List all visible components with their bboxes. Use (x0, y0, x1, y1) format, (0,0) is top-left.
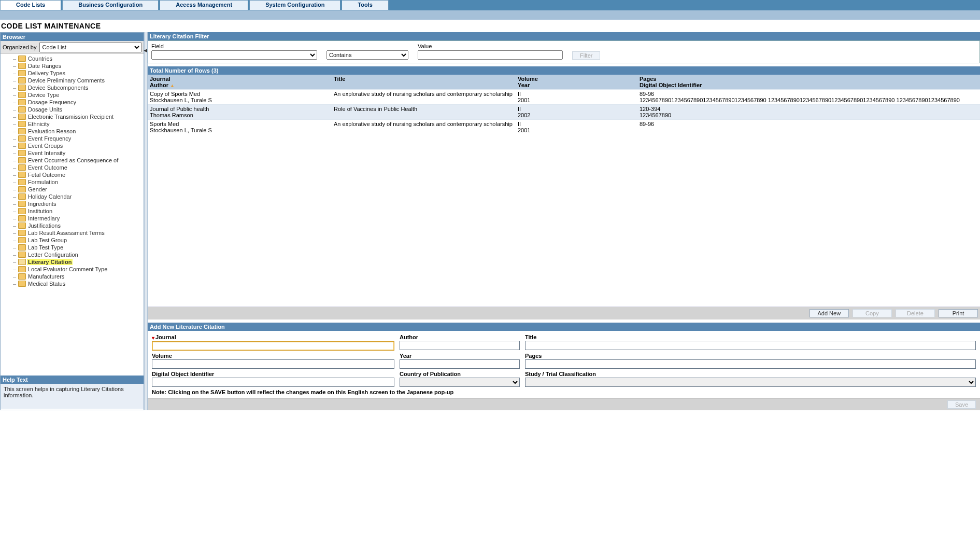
tree-item-evaluation-reason[interactable]: –Evaluation Reason (12, 128, 144, 135)
year-label: Year (400, 353, 520, 359)
col-journal-author[interactable]: Journal Author ▲ (148, 75, 332, 89)
tree-item-formulation[interactable]: –Formulation (12, 178, 144, 186)
study-select[interactable] (525, 378, 976, 387)
tree-item-countries[interactable]: –Countries (12, 55, 144, 62)
filter-value-input[interactable] (418, 50, 563, 60)
folder-icon (18, 106, 26, 113)
code-list-tree[interactable]: –Countries–Date Ranges–Delivery Types–De… (1, 54, 144, 376)
tree-item-manufacturers[interactable]: –Manufacturers (12, 273, 144, 280)
pages-input[interactable] (525, 359, 976, 369)
tree-item-label: Letter Configuration (27, 252, 79, 258)
title-input[interactable] (525, 341, 976, 350)
nav-tab-business-configuration[interactable]: Business Configuration (62, 0, 159, 10)
nav-tab-tools[interactable]: Tools (342, 0, 389, 10)
tree-item-fetal-outcome[interactable]: –Fetal Outcome (12, 171, 144, 178)
print-button[interactable]: Print (939, 309, 978, 317)
tree-item-dosage-frequency[interactable]: –Dosage Frequency (12, 99, 144, 106)
tree-item-intermediary[interactable]: –Intermediary (12, 215, 144, 222)
tree-item-letter-configuration[interactable]: –Letter Configuration (12, 251, 144, 258)
browser-panel: Browser Organized by Code List –Countrie… (0, 32, 144, 410)
tree-item-label: Fetal Outcome (27, 172, 66, 178)
folder-icon (18, 237, 26, 243)
tree-item-event-occurred-as-consequence-of[interactable]: –Event Occurred as Consequence of (12, 157, 144, 164)
tree-item-device-type[interactable]: –Device Type (12, 91, 144, 99)
journal-input[interactable] (152, 341, 394, 351)
tree-toggle-icon: – (12, 230, 17, 236)
tree-item-local-evaluator-comment-type[interactable]: –Local Evaluator Comment Type (12, 266, 144, 273)
tree-toggle-icon: – (12, 172, 17, 178)
tree-item-justifications[interactable]: –Justifications (12, 222, 144, 229)
organized-by-select[interactable]: Code List (39, 42, 141, 52)
tree-item-label: Lab Result Assessment Terms (27, 230, 106, 236)
cell-pages: 89-96 (640, 121, 978, 127)
volume-label: Volume (152, 353, 394, 359)
tree-item-device-subcomponents[interactable]: –Device Subcomponents (12, 84, 144, 91)
col-volume-year[interactable]: VolumeYear (516, 75, 637, 89)
folder-icon (18, 70, 26, 76)
nav-tab-access-management[interactable]: Access Management (160, 0, 248, 10)
nav-tab-system-configuration[interactable]: System Configuration (249, 0, 340, 10)
tree-item-lab-test-group[interactable]: –Lab Test Group (12, 237, 144, 244)
tree-item-electronic-transmission-recipient[interactable]: –Electronic Transmission Recipient (12, 113, 144, 120)
filter-field-select[interactable] (151, 50, 317, 60)
folder-icon (18, 230, 26, 236)
tree-item-lab-result-assessment-terms[interactable]: –Lab Result Assessment Terms (12, 229, 144, 237)
tree-item-event-outcome[interactable]: –Event Outcome (12, 164, 144, 171)
nav-tab-code-lists[interactable]: Code Lists (0, 0, 61, 10)
tree-item-date-ranges[interactable]: –Date Ranges (12, 62, 144, 70)
cell-title: An explorative study of nursing scholars… (332, 120, 516, 135)
collapse-left-icon[interactable]: ◀ (144, 48, 147, 53)
tree-item-event-intensity[interactable]: –Event Intensity (12, 149, 144, 157)
volume-input[interactable] (152, 359, 394, 369)
citation-table: Journal Author ▲ Title VolumeYear PagesD… (148, 75, 980, 89)
tree-item-medical-status[interactable]: –Medical Status (12, 280, 144, 287)
tree-item-label: Medical Status (27, 281, 66, 287)
rows-count-header: Total Number of Rows (3) (148, 66, 980, 75)
tree-item-label: Evaluation Reason (27, 128, 77, 134)
author-input[interactable] (400, 341, 520, 350)
tree-item-lab-test-type[interactable]: –Lab Test Type (12, 244, 144, 251)
title-label: Title (525, 334, 976, 340)
tree-item-device-preliminary-comments[interactable]: –Device Preliminary Comments (12, 77, 144, 84)
tree-item-institution[interactable]: –Institution (12, 207, 144, 215)
tree-item-gender[interactable]: –Gender (12, 186, 144, 193)
tree-item-label: Institution (27, 208, 53, 214)
tree-item-ethnicity[interactable]: –Ethnicity (12, 120, 144, 128)
copy-button[interactable]: Copy (853, 309, 892, 317)
table-row[interactable]: Journal of Public healthThomas RamsonRol… (148, 105, 980, 120)
tree-item-holiday-calendar[interactable]: –Holiday Calendar (12, 193, 144, 200)
folder-icon (18, 63, 26, 69)
tree-item-delivery-types[interactable]: –Delivery Types (12, 70, 144, 77)
year-input[interactable] (400, 359, 520, 369)
cell-year: 2001 (518, 97, 635, 103)
tree-item-ingredients[interactable]: –Ingredients (12, 200, 144, 207)
table-row[interactable]: Copy of Sports MedStockhausen L, Turale … (148, 90, 980, 105)
col-pages-doi[interactable]: PagesDigital Object Identifier (637, 75, 980, 89)
folder-icon (18, 121, 26, 127)
tree-item-event-frequency[interactable]: –Event Frequency (12, 135, 144, 142)
tree-item-dosage-units[interactable]: –Dosage Units (12, 106, 144, 113)
tree-item-label: Holiday Calendar (27, 193, 73, 200)
add-new-button[interactable]: Add New (809, 309, 849, 317)
delete-button[interactable]: Delete (896, 309, 935, 317)
tree-toggle-icon: – (12, 63, 17, 69)
cell-doi: 1234567890123456789012345678901234567890… (640, 97, 978, 103)
tree-toggle-icon: – (12, 114, 17, 120)
folder-icon (18, 55, 26, 62)
filter-button[interactable]: Filter (572, 51, 600, 60)
tree-item-event-groups[interactable]: –Event Groups (12, 142, 144, 149)
col-title[interactable]: Title (332, 75, 516, 89)
doi-input[interactable] (152, 378, 394, 387)
cell-journal: Journal of Public health (150, 106, 330, 112)
tree-item-label: Gender (27, 186, 48, 192)
folder-icon (18, 157, 26, 163)
country-select[interactable] (400, 378, 520, 387)
tree-item-literary-citation[interactable]: –Literary Citation (12, 258, 144, 266)
tree-toggle-icon: – (12, 55, 17, 62)
save-button[interactable]: Save (947, 400, 976, 409)
filter-operator-select[interactable]: Contains (326, 50, 408, 60)
pane-splitter[interactable]: ◀ (144, 32, 148, 410)
tree-item-label: Literary Citation (27, 259, 73, 265)
sort-asc-icon: ▲ (170, 83, 175, 88)
table-row[interactable]: Sports MedStockhausen L, Turale SAn expl… (148, 120, 980, 135)
